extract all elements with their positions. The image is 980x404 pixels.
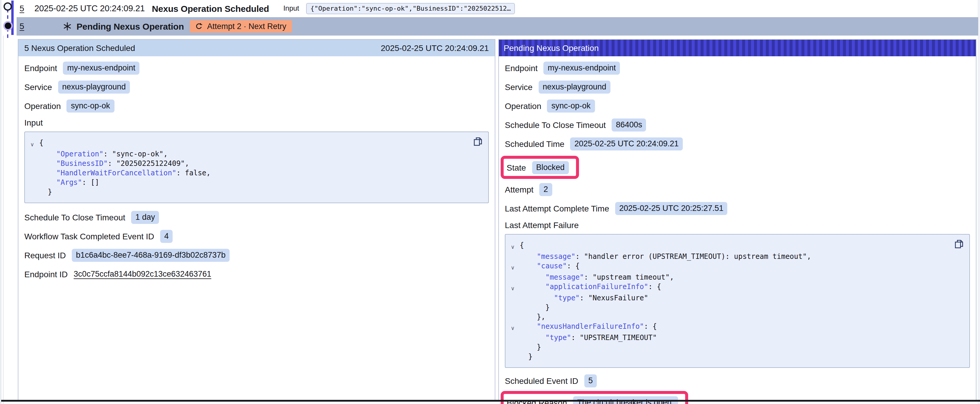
field-value-chip: b1c6a4bc-8ee7-468a-9169-df3b02c8737b [72,249,229,261]
field-service: Service nexus-playground [505,80,970,93]
code-line: "Operation": "sync-op-ok", [29,149,482,159]
field-label: Service [24,82,52,92]
field-value-chip: 2 [539,183,552,196]
code-text: "type": "UPSTREAM_TIMEOUT" [520,333,657,342]
retry-attempt-badge: Attempt 2 · Next Retry [190,20,291,32]
input-section-label: Input [24,118,489,128]
temporal-event-history-view: 5 2025-02-25 UTC 20:24:09.21 Nexus Opera… [0,0,980,404]
collapse-chevron-icon[interactable]: ∨ [29,138,39,149]
field-value-chip: 1 day [131,211,159,223]
code-gutter [29,178,39,187]
code-line: "message": "upstream timeout", [509,273,963,282]
code-line: ∨ "cause": { [509,261,963,273]
state-value-chip: Blocked [532,161,569,174]
field-value-chip: my-nexus-endpoint [544,61,620,74]
code-text: } [39,187,52,196]
code-text: "message": "upstream timeout", [520,273,674,282]
code-line: } [509,352,963,361]
field-scheduled-event-id: Scheduled Event ID 5 [505,374,970,387]
endpoint-id-link[interactable]: 3c0c75ccfa8144b092c13ce632463761 [73,269,211,279]
field-request-id: Request ID b1c6a4bc-8ee7-468a-9169-df3b0… [24,248,489,262]
code-gutter [509,273,520,282]
code-gutter [509,352,520,361]
field-label: Scheduled Time [505,139,565,148]
code-gutter [29,168,39,178]
code-line: } [509,342,963,352]
last-attempt-failure-label: Last Attempt Failure [505,220,970,230]
event-id-link[interactable]: 5 [19,3,34,13]
copy-icon[interactable] [955,239,963,249]
code-line: "HandlerWaitForCancellation": false, [29,168,482,178]
field-value-chip: sync-op-ok [67,99,114,112]
event-row-pending-nexus-operation[interactable]: 5 Pending Nexus Operation Attempt 2 · Ne… [17,17,978,35]
panel-header-scheduled: 5 Nexus Operation Scheduled 2025-02-25 U… [18,40,495,56]
code-line: "Args": [] [29,178,482,187]
field-label: Endpoint [24,63,57,73]
event-id-link[interactable]: 5 [19,21,34,31]
input-json-viewer: ∨{ "Operation": "sync-op-ok", "BusinessI… [24,131,489,203]
code-gutter [29,159,39,168]
code-line: "message": "handler error (UPSTREAM_TIME… [509,252,963,261]
code-text: { [520,241,524,252]
code-gutter [509,252,520,261]
code-text: } [520,352,532,361]
expanded-row-bottom-divider [1,400,980,402]
field-endpoint: Endpoint my-nexus-endpoint [505,61,970,74]
field-label: Operation [505,101,541,111]
collapse-chevron-icon[interactable]: ∨ [509,282,520,293]
field-state: State Blocked [507,160,569,174]
field-value-chip: 86400s [612,118,646,131]
input-inline-label: Input [283,4,299,13]
collapse-chevron-icon[interactable]: ∨ [509,241,520,252]
field-value-chip: 2025-02-25 UTC 20:25:27.51 [615,202,728,215]
field-value-chip: my-nexus-endpoint [63,61,140,74]
field-label: Request ID [24,250,66,260]
code-line: } [509,303,963,312]
code-text: { [39,138,43,149]
code-line: ∨ "applicationFailureInfo": { [509,282,963,293]
field-endpoint-id: Endpoint ID 3c0c75ccfa8144b092c13ce63246… [24,267,489,281]
code-gutter [509,333,520,342]
retry-icon [195,22,203,30]
field-value-chip: 2025-02-25 UTC 20:24:09.21 [570,137,683,150]
code-text: "Operation": "sync-op-ok", [39,149,168,159]
code-text: }, [520,312,546,322]
code-text: "BusinessID": "20250225122409", [39,159,189,168]
collapse-chevron-icon[interactable]: ∨ [509,322,520,333]
code-gutter [509,342,520,352]
code-gutter [29,187,39,196]
collapse-chevron-icon[interactable]: ∨ [509,261,520,273]
field-value-chip: 5 [584,374,597,387]
field-label: Workflow Task Completed Event ID [24,231,154,241]
code-gutter [509,293,520,303]
field-label: Scheduled Event ID [505,376,578,385]
code-text: "Args": [] [39,178,99,187]
code-gutter [509,312,520,322]
page-left-border [1,0,1,404]
failure-json-viewer: ∨{ "message": "handler error (UPSTREAM_T… [505,234,970,368]
event-name: Nexus Operation Scheduled [152,3,269,13]
code-line: ∨{ [509,241,963,252]
code-line: ∨ "nexusHandlerFailureInfo": { [509,322,963,333]
timeline-filled-circle-icon [5,22,11,29]
code-text: "HandlerWaitForCancellation": false, [39,168,211,178]
panel-timestamp: 2025-02-25 UTC 20:24:09.21 [381,43,489,53]
input-preview-chip: {"Operation":"sync-op-ok","BusinessID":"… [306,3,515,14]
code-text: "applicationFailureInfo": { [520,282,661,293]
field-attempt: Attempt 2 [505,182,970,196]
vertical-scrollbar[interactable] [978,0,980,404]
field-value-chip: nexus-playground [538,80,611,93]
detail-row-left-border [3,36,3,404]
code-line: ∨{ [29,138,482,149]
copy-icon[interactable] [473,137,482,146]
field-endpoint: Endpoint my-nexus-endpoint [24,61,489,74]
event-detail-panel-scheduled: 5 Nexus Operation Scheduled 2025-02-25 U… [18,39,495,401]
code-text: "type": "NexusFailure" [520,293,648,303]
event-row-nexus-operation-scheduled[interactable]: 5 2025-02-25 UTC 20:24:09.21 Nexus Opera… [17,0,978,17]
event-timestamp: 2025-02-25 UTC 20:24:09.21 [34,3,145,13]
field-label: Operation [24,101,61,111]
code-text: "nexusHandlerFailureInfo": { [520,322,657,333]
panel-title: Pending Nexus Operation [504,43,599,53]
field-label: Last Attempt Complete Time [505,203,609,213]
code-line: }, [509,312,963,322]
